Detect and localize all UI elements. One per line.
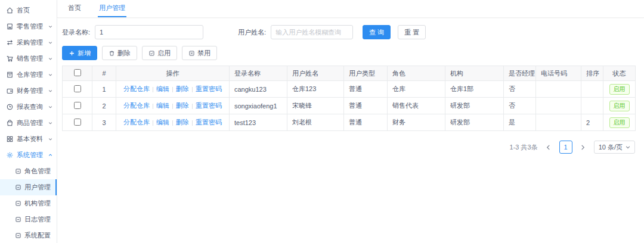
sidebar-item-basic-data[interactable]: 基本资料 <box>0 131 57 147</box>
login-name-label: 登录名称: <box>62 28 90 37</box>
col-role: 角色 <box>388 66 445 81</box>
cell-role: 仓库 <box>388 81 445 98</box>
reset-password-link[interactable]: 重置密码 <box>196 85 222 92</box>
divider <box>153 120 153 126</box>
delete-link[interactable]: 删除 <box>176 85 189 92</box>
select-all-checkbox[interactable] <box>74 69 81 76</box>
cart-icon <box>6 55 14 63</box>
sidebar-subitem-config[interactable]: 系统配置 <box>0 228 57 243</box>
finance-icon <box>6 87 14 95</box>
cell-login-name: songxiaofeng1 <box>230 98 287 114</box>
edit-link[interactable]: 编辑 <box>156 85 169 92</box>
chevron-down-icon <box>48 88 53 94</box>
sidebar-item-label: 销售管理 <box>17 54 45 63</box>
sidebar-item-label: 报表查询 <box>17 102 45 111</box>
divider <box>153 104 153 109</box>
pagination-total: 1-3 共3条 <box>510 143 538 152</box>
document-icon <box>15 168 21 175</box>
assign-warehouse-link[interactable]: 分配仓库 <box>123 85 150 92</box>
sidebar-item-label: 首页 <box>17 6 53 15</box>
sidebar-item-purchase[interactable]: 采购管理 <box>0 35 57 51</box>
row-index: 3 <box>92 114 116 131</box>
divider <box>172 87 173 92</box>
cell-user-name: 刘老根 <box>287 114 344 131</box>
chevron-down-icon <box>48 40 53 45</box>
sidebar-item-system[interactable]: 系统管理 <box>0 147 57 163</box>
cell-sort <box>581 98 603 114</box>
login-name-input[interactable] <box>95 25 203 39</box>
sidebar-item-finance[interactable]: 财务管理 <box>0 83 57 99</box>
trash-icon <box>109 50 115 57</box>
row-index: 1 <box>92 81 116 98</box>
page-size-value: 10 条/页 <box>599 143 623 152</box>
sidebar-subitem-users[interactable]: 用户管理 <box>0 179 57 195</box>
cell-org: 研发部 <box>445 98 504 114</box>
sidebar-item-goods[interactable]: 商品管理 <box>0 115 57 131</box>
sidebar-subitem-label: 角色管理 <box>24 167 51 176</box>
row-checkbox[interactable] <box>74 102 81 109</box>
tab-home[interactable]: 首页 <box>67 0 82 17</box>
divider <box>172 104 173 109</box>
reset-password-link[interactable]: 重置密码 <box>196 102 222 109</box>
sidebar-item-label: 零售管理 <box>17 22 45 31</box>
assign-warehouse-link[interactable]: 分配仓库 <box>123 102 150 109</box>
page-size-select[interactable]: 10 条/页 <box>594 141 635 154</box>
sidebar-subitem-logs[interactable]: 日志管理 <box>0 211 57 228</box>
sidebar-item-warehouse[interactable]: 仓库管理 <box>0 67 57 83</box>
reset-button[interactable]: 重 置 <box>398 25 426 39</box>
page-number-button[interactable]: 1 <box>559 141 572 154</box>
delete-link[interactable]: 删除 <box>176 119 189 126</box>
cell-phone <box>536 114 581 131</box>
next-page-button[interactable] <box>577 141 589 154</box>
col-sort: 排序 <box>581 66 603 81</box>
cell-org: 仓库1部 <box>445 81 504 98</box>
divider <box>192 120 193 126</box>
chevron-down-icon <box>48 56 53 61</box>
report-icon <box>6 103 14 111</box>
cell-org: 研发部 <box>445 114 504 131</box>
warehouse-icon <box>6 71 14 79</box>
sidebar-item-retail[interactable]: 零售管理 <box>0 18 57 35</box>
col-org: 机构 <box>445 66 504 81</box>
cell-login-name: test123 <box>230 114 287 131</box>
delete-button[interactable]: 删除 <box>102 46 137 60</box>
status-badge: 启用 <box>609 117 630 128</box>
assign-warehouse-link[interactable]: 分配仓库 <box>123 119 150 126</box>
cell-role: 销售代表 <box>388 98 445 114</box>
cell-is-manager: 否 <box>504 81 536 98</box>
filter-bar: 登录名称: 用户姓名: 查 询 重 置 <box>62 25 639 39</box>
chevron-down-icon <box>48 136 53 142</box>
edit-link[interactable]: 编辑 <box>156 102 169 109</box>
sidebar-subitem-org[interactable]: 机构管理 <box>0 195 57 211</box>
table-row: 2 分配仓库编辑删除重置密码 songxiaofeng1 宋晓锋 普通 销售代表… <box>63 98 636 114</box>
add-button[interactable]: 新增 <box>62 46 97 60</box>
col-phone: 电话号码 <box>536 66 581 81</box>
prev-page-button[interactable] <box>543 141 555 154</box>
sidebar-item-label: 仓库管理 <box>17 70 45 79</box>
cell-is-manager: 是 <box>504 114 536 131</box>
row-checkbox[interactable] <box>74 85 81 92</box>
user-name-input[interactable] <box>271 25 353 39</box>
tab-user-management[interactable]: 用户管理 <box>98 0 126 17</box>
col-index: # <box>92 66 116 81</box>
sidebar-item-sales[interactable]: 销售管理 <box>0 51 57 67</box>
delete-link[interactable]: 删除 <box>176 102 189 109</box>
cell-login-name: cangku123 <box>230 81 287 98</box>
sidebar: 首页 零售管理 采购管理 销售管理 仓库管理 财务管理 <box>0 0 57 243</box>
edit-link[interactable]: 编辑 <box>156 119 169 126</box>
search-button[interactable]: 查 询 <box>363 25 391 39</box>
sidebar-item-reports[interactable]: 报表查询 <box>0 99 57 115</box>
enable-button[interactable]: 启用 <box>142 46 177 60</box>
reset-password-link[interactable]: 重置密码 <box>196 119 222 126</box>
table-toolbar: 新增 删除 启用 禁用 <box>62 46 639 60</box>
sidebar-item-label: 商品管理 <box>17 119 45 127</box>
disable-button[interactable]: 禁用 <box>182 46 217 60</box>
divider <box>192 104 193 109</box>
check-square-icon <box>148 50 155 57</box>
col-login-name: 登录名称 <box>230 66 287 81</box>
sidebar-item-home[interactable]: 首页 <box>0 2 57 18</box>
sidebar-subitem-roles[interactable]: 角色管理 <box>0 163 57 179</box>
row-checkbox[interactable] <box>74 119 81 126</box>
cell-user-name: 宋晓锋 <box>287 98 344 114</box>
home-icon <box>6 7 14 14</box>
